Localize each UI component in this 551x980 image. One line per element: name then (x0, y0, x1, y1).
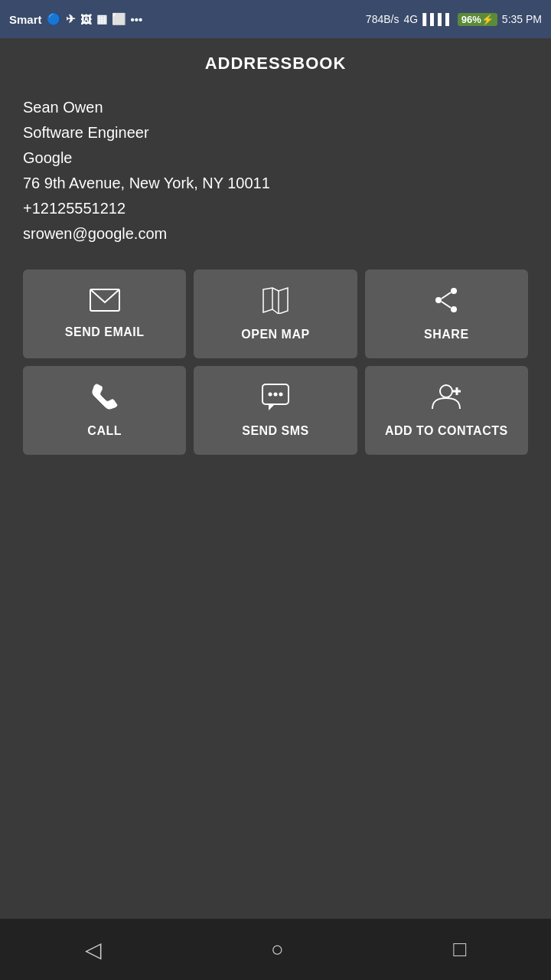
phone-icon (91, 383, 119, 415)
call-button[interactable]: CALL (23, 366, 186, 455)
more-icon: ••• (131, 13, 143, 26)
back-button[interactable]: ◁ (62, 929, 125, 970)
speed-label: 784B/s (366, 13, 399, 25)
screen-icon: ⬜ (112, 12, 126, 26)
carrier-label: Smart (9, 13, 42, 26)
svg-line-7 (442, 292, 451, 299)
call-label: CALL (87, 424, 122, 438)
svg-point-13 (279, 393, 282, 397)
contact-email: srowen@google.com (23, 221, 528, 247)
send-email-button[interactable]: SEND EMAIL (23, 270, 186, 358)
open-map-button[interactable]: OPEN MAP (194, 270, 357, 358)
share-label: SHARE (424, 328, 469, 341)
status-right: 784B/s 4G ▌▌▌▌ 96%⚡ 5:35 PM (366, 13, 542, 26)
photo-icon: 🖼 (80, 13, 92, 26)
time-label: 5:35 PM (502, 13, 542, 25)
send-email-label: SEND EMAIL (65, 325, 145, 339)
home-icon: ○ (271, 937, 284, 961)
sms-icon (261, 383, 290, 415)
svg-point-12 (273, 393, 277, 397)
add-to-contacts-button[interactable]: ADD TO CONTACTS (365, 366, 528, 455)
map-icon (262, 286, 289, 318)
bluetooth-icon: 🔵 (47, 12, 61, 26)
telegram-icon: ✈ (66, 12, 76, 26)
add-to-contacts-label: ADD TO CONTACTS (385, 424, 508, 438)
navigation-bar: ◁ ○ □ (0, 919, 551, 980)
recents-icon: □ (453, 937, 466, 961)
battery-label: 96%⚡ (458, 13, 497, 26)
svg-marker-10 (269, 404, 275, 410)
open-map-label: OPEN MAP (241, 328, 309, 341)
network-label: 4G (403, 13, 418, 25)
home-button[interactable]: ○ (248, 929, 307, 969)
status-left: Smart 🔵 ✈ 🖼 ▦ ⬜ ••• (9, 12, 142, 26)
send-sms-label: SEND SMS (242, 424, 309, 438)
contact-info: Sean Owen Software Engineer Google 76 9t… (23, 95, 528, 247)
svg-marker-1 (263, 288, 288, 314)
share-icon (432, 286, 460, 318)
svg-point-14 (440, 385, 452, 397)
share-button[interactable]: SHARE (365, 270, 528, 358)
contact-name: Sean Owen (23, 95, 528, 120)
contact-title: Software Engineer (23, 120, 528, 145)
send-sms-button[interactable]: SEND SMS (194, 366, 357, 455)
svg-point-11 (268, 393, 272, 397)
status-bar: Smart 🔵 ✈ 🖼 ▦ ⬜ ••• 784B/s 4G ▌▌▌▌ 96%⚡ … (0, 0, 551, 38)
notification-icon: ▦ (96, 12, 107, 26)
main-content: ADDRESSBOOK Sean Owen Software Engineer … (0, 38, 551, 919)
contact-company: Google (23, 145, 528, 171)
page-title: ADDRESSBOOK (23, 54, 528, 74)
svg-point-5 (435, 297, 442, 303)
signal-icon: ▌▌▌▌ (422, 13, 453, 25)
svg-point-6 (451, 306, 457, 312)
recents-button[interactable]: □ (430, 929, 489, 969)
envelope-icon (90, 289, 120, 316)
back-icon: ◁ (85, 938, 102, 962)
svg-point-4 (451, 288, 457, 294)
svg-line-8 (442, 302, 451, 308)
add-contact-icon (429, 383, 463, 415)
contact-address: 76 9th Avenue, New York, NY 10011 (23, 171, 528, 196)
action-buttons-grid: SEND EMAIL OPEN MAP (23, 270, 528, 455)
contact-phone: +12125551212 (23, 196, 528, 221)
